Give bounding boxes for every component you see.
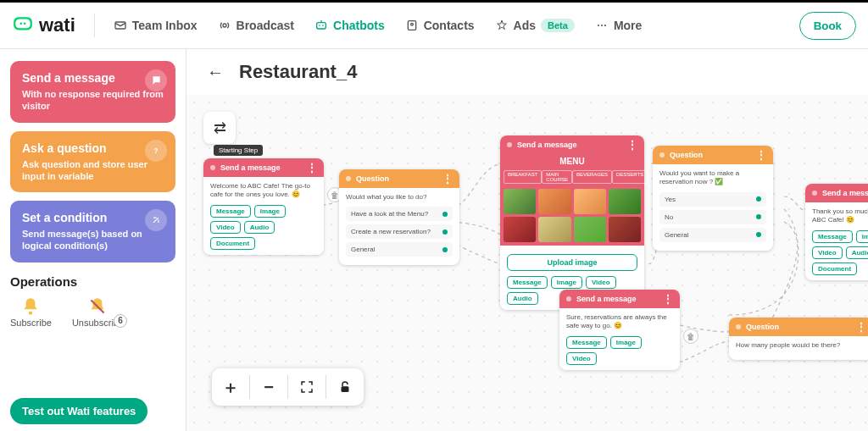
svg-point-5 — [223, 24, 226, 27]
chip[interactable]: Document — [812, 262, 857, 275]
svg-point-8 — [322, 25, 324, 26]
node-header: Send a message ⋮ — [559, 290, 680, 308]
node-title: Question — [356, 174, 389, 183]
chip[interactable]: Message — [812, 230, 853, 243]
flow-node-send-message-1[interactable]: Starting Step Send a message ⋮ Welcome t… — [203, 158, 324, 255]
node-dot-icon — [507, 142, 512, 147]
back-arrow-button[interactable]: ← — [203, 63, 227, 82]
node-title: Send a message — [220, 163, 281, 172]
kebab-icon[interactable]: ⋮ — [663, 296, 673, 301]
svg-point-11 — [410, 23, 413, 25]
option-row[interactable]: General — [659, 228, 766, 242]
option-row[interactable]: No — [659, 210, 766, 224]
flow-canvas[interactable]: ⇄ Starting Step Send a message ⋮ Welcome… — [186, 95, 868, 431]
flow-node-send-message-menu[interactable]: Send a message ⋮ MENU BREAKFAST MAIN COU… — [500, 135, 644, 310]
kebab-icon[interactable]: ⋮ — [856, 324, 866, 329]
trash-icon[interactable]: 🗑 — [683, 329, 698, 344]
kebab-icon[interactable]: ⋮ — [307, 165, 317, 170]
kebab-icon[interactable]: ⋮ — [627, 142, 637, 147]
chip[interactable]: Image — [254, 205, 286, 218]
flow-header: ← Restaurant_4 — [186, 49, 868, 95]
flow-node-question-1[interactable]: Question ⋮ Would what you like to do? Ha… — [339, 169, 459, 265]
node-body-text: How many people would be there? — [736, 341, 866, 350]
chip[interactable]: Video — [586, 276, 616, 289]
chip[interactable]: Audio — [846, 246, 868, 259]
nav: Team Inbox Broadcast Chatbots Contacts A… — [114, 19, 643, 32]
node-title: Question — [670, 151, 703, 159]
operations-row: Subscribe Unsubscribe 6 — [10, 296, 175, 328]
chip[interactable]: Document — [210, 237, 255, 250]
swap-direction-button[interactable]: ⇄ — [203, 112, 236, 144]
lock-button[interactable] — [326, 368, 364, 406]
sidebar-card-send-message[interactable]: Send a message With no response required… — [10, 61, 175, 123]
op-subscribe[interactable]: Subscribe — [10, 296, 52, 328]
flow-node-send-message-thanks[interactable]: Send a message ⋮ Thank you so much for v… — [805, 184, 868, 280]
op-label: Subscribe — [10, 318, 52, 328]
test-features-button[interactable]: Test out Wati features — [10, 398, 147, 424]
nav-label: Contacts — [424, 19, 475, 32]
node-title: Send a message — [576, 295, 637, 303]
chip[interactable]: Message — [566, 336, 607, 349]
chip[interactable]: Image — [610, 336, 642, 349]
chatbot-icon — [314, 19, 328, 32]
bell-icon — [19, 296, 42, 318]
svg-rect-6 — [317, 23, 326, 29]
option-row[interactable]: Have a look at the Menu? — [346, 207, 453, 221]
menu-tab: DESSERTS — [612, 170, 648, 184]
op-unsubscribe[interactable]: Unsubscribe 6 — [72, 296, 124, 328]
card-subtitle: Send message(s) based on logical conditi… — [22, 228, 164, 252]
svg-rect-18 — [342, 386, 349, 392]
chip[interactable]: Audio — [244, 221, 275, 234]
nav-more[interactable]: More — [595, 19, 642, 32]
nav-label: Team Inbox — [132, 19, 198, 32]
inbox-icon — [114, 19, 127, 32]
flow-node-question-reservation[interactable]: Question ⋮ Would you want to make a rese… — [653, 146, 773, 251]
broadcast-icon — [218, 19, 231, 32]
chip[interactable]: Message — [210, 205, 251, 218]
fit-screen-button[interactable] — [288, 368, 326, 406]
ads-icon — [495, 19, 509, 32]
chip[interactable]: Video — [566, 352, 597, 365]
branch-icon — [145, 209, 167, 231]
nav-ads[interactable]: Ads Beta — [495, 19, 575, 32]
nav-contacts[interactable]: Contacts — [405, 19, 475, 32]
flow-node-send-message-reservation-safe[interactable]: Send a message ⋮ Sure, reservations are … — [559, 290, 680, 370]
upload-image-button[interactable]: Upload image — [507, 254, 637, 271]
option-row[interactable]: Yes — [659, 192, 766, 207]
svg-text:?: ? — [154, 147, 159, 155]
node-dot-icon — [736, 324, 741, 329]
chip[interactable]: Image — [551, 276, 582, 289]
card-title: Ask a question — [22, 141, 164, 155]
svg-point-16 — [29, 311, 32, 314]
node-header: Send a message ⋮ — [500, 135, 644, 154]
node-header: Question ⋮ — [653, 146, 773, 164]
svg-point-2 — [20, 23, 23, 25]
kebab-icon[interactable]: ⋮ — [442, 176, 453, 181]
chip[interactable]: Image — [856, 230, 868, 243]
kebab-icon[interactable]: ⋮ — [756, 152, 766, 157]
node-header: Question ⋮ — [729, 318, 868, 336]
option-row[interactable]: Create a new reservation? — [346, 224, 453, 239]
zoom-toolbar: ＋ − — [212, 368, 364, 406]
contacts-icon — [405, 19, 419, 32]
svg-point-14 — [604, 25, 606, 26]
sidebar-card-ask-question[interactable]: Ask a question Ask question and store us… — [10, 131, 175, 193]
zoom-out-button[interactable]: − — [250, 368, 287, 406]
flow-node-question-people[interactable]: Question ⋮ How many people would be ther… — [729, 318, 868, 360]
nav-broadcast[interactable]: Broadcast — [218, 19, 294, 32]
sidebar-card-set-condition[interactable]: Set a condition Send message(s) based on… — [10, 201, 175, 262]
zoom-in-button[interactable]: ＋ — [212, 368, 249, 406]
chip[interactable]: Audio — [507, 292, 538, 305]
logo[interactable]: wati — [12, 14, 75, 36]
nav-label: Ads — [514, 19, 536, 32]
chip[interactable]: Message — [507, 276, 548, 289]
nav-chatbots[interactable]: Chatbots — [314, 19, 385, 32]
option-row[interactable]: General — [346, 242, 453, 257]
menu-tab: BREAKFAST — [504, 170, 542, 184]
chip[interactable]: Video — [210, 221, 241, 234]
book-button[interactable]: Book — [799, 12, 856, 40]
node-title: Send a message — [822, 189, 868, 197]
nav-team-inbox[interactable]: Team Inbox — [114, 19, 198, 32]
node-title: Send a message — [517, 141, 577, 149]
chip[interactable]: Video — [812, 246, 843, 259]
